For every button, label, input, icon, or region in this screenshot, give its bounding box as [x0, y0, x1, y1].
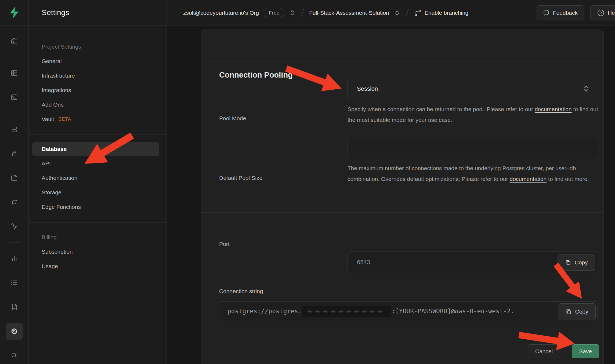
- api-docs-file-icon: [10, 303, 18, 311]
- database-icon: [10, 126, 18, 133]
- supabase-logo-icon: [8, 6, 20, 19]
- sidebar-divider: [29, 222, 166, 223]
- connection-pooling-panel: Connection Pooling Pool Mode Session Spe…: [201, 30, 604, 364]
- sidebar-item-edge-functions[interactable]: Edge Functions: [29, 200, 166, 214]
- rail-item-reports[interactable]: [6, 250, 23, 267]
- rail-item-database[interactable]: [6, 121, 23, 137]
- sidebar-item-subscription[interactable]: Subscription: [29, 245, 166, 259]
- port-copy-button[interactable]: Copy: [558, 254, 595, 271]
- sidebar-item-storage[interactable]: Storage: [29, 185, 166, 200]
- chevron-updown-icon: [583, 84, 590, 93]
- enable-branching-button[interactable]: Enable branching: [414, 9, 468, 17]
- storage-folder-icon: [10, 174, 18, 182]
- copy-label: Copy: [574, 259, 588, 266]
- default-pool-size-input[interactable]: [348, 138, 598, 159]
- enable-branching-label: Enable branching: [425, 10, 468, 16]
- rail-item-api-docs[interactable]: [6, 299, 23, 315]
- sidebar-group-heading: Billing: [29, 230, 166, 245]
- sidebar-item-label: Vault: [42, 116, 54, 122]
- settings-gear-icon: [10, 327, 18, 335]
- connection-string-box[interactable]: postgres://postgres.:[YOUR-PASSWORD]@aws…: [219, 301, 598, 321]
- reports-chart-icon: [10, 255, 18, 262]
- default-pool-size-label: Default Pool Size: [219, 175, 262, 181]
- rail-item-table-editor[interactable]: [6, 64, 23, 81]
- connection-string-copy-button[interactable]: Copy: [558, 303, 596, 320]
- footer-divider: [201, 337, 603, 337]
- rail-item-settings[interactable]: [6, 323, 23, 340]
- copy-icon: [565, 308, 572, 315]
- panel-title: Connection Pooling: [219, 71, 293, 79]
- sidebar-group-heading: Project Settings: [29, 39, 166, 54]
- icon-rail: [0, 26, 29, 364]
- sidebar-item-api[interactable]: API: [29, 156, 166, 171]
- pool-mode-description: Specify when a connection can be returne…: [348, 104, 601, 125]
- help-icon: ?: [597, 9, 605, 17]
- beta-badge: BETA: [58, 117, 71, 122]
- top-bar-actions: Feedback ? Help: [536, 0, 615, 25]
- logs-list-icon: [10, 279, 18, 286]
- redacted-project-ref: [302, 306, 391, 317]
- sidebar-item-add-ons[interactable]: Add Ons: [29, 97, 166, 112]
- sidebar-item-general[interactable]: General: [29, 54, 166, 68]
- app-logo[interactable]: [0, 0, 29, 25]
- sidebar-divider: [29, 134, 166, 135]
- sidebar-item-authentication[interactable]: Authentication: [29, 171, 166, 185]
- rail-item-edge-functions[interactable]: [6, 194, 23, 210]
- top-bar-breadcrumbs-area: zsolt@codeyourfuture.io's Org Free Full-…: [167, 0, 615, 25]
- port-value: 6543: [357, 259, 370, 266]
- sidebar-item-integrations[interactable]: Integrations: [29, 83, 166, 97]
- save-button[interactable]: Save: [572, 344, 599, 358]
- documentation-link[interactable]: documentation: [535, 106, 572, 112]
- auth-lock-icon: [10, 150, 18, 157]
- feedback-button[interactable]: Feedback: [536, 5, 584, 20]
- rail-divider: [9, 57, 20, 57]
- rail-item-sql-editor[interactable]: [6, 89, 23, 105]
- sql-editor-icon: [10, 93, 18, 101]
- search-icon: [10, 352, 18, 359]
- sidebar-item-usage[interactable]: Usage: [29, 259, 166, 274]
- project-breadcrumb[interactable]: Full-Stack-Assessment-Solution: [309, 10, 389, 16]
- breadcrumb: zsolt@codeyourfuture.io's Org Free Full-…: [183, 0, 468, 25]
- help-button[interactable]: ? Help: [590, 5, 615, 20]
- connection-string-label: Connection string: [219, 288, 263, 294]
- rail-item-authentication[interactable]: [6, 145, 23, 162]
- sidebar-item-vault[interactable]: Vault BETA: [29, 112, 166, 126]
- org-breadcrumb[interactable]: zsolt@codeyourfuture.io's Org: [183, 10, 259, 16]
- rail-item-advisors[interactable]: [6, 218, 23, 235]
- section-divider: [201, 269, 603, 269]
- rail-item-search[interactable]: [6, 347, 23, 364]
- rail-item-storage[interactable]: [6, 169, 23, 186]
- page-title: Settings: [29, 0, 167, 25]
- top-bar: Settings zsolt@codeyourfuture.io's Org F…: [0, 0, 615, 26]
- project-switcher-chevron-icon[interactable]: [394, 9, 400, 17]
- connection-string-prefix: postgres://postgres.: [227, 308, 302, 315]
- panel-divider: [201, 61, 603, 61]
- rail-item-logs[interactable]: [6, 274, 23, 291]
- copy-icon: [565, 259, 571, 266]
- documentation-link[interactable]: documentation: [509, 176, 547, 182]
- section-divider: [201, 212, 603, 213]
- advisor-cursor-icon: [10, 223, 18, 230]
- pool-mode-select[interactable]: Session: [348, 79, 598, 99]
- feedback-label: Feedback: [553, 10, 578, 16]
- copy-label: Copy: [575, 308, 588, 315]
- rail-item-home[interactable]: [6, 32, 23, 49]
- svg-text:?: ?: [600, 11, 602, 15]
- sidebar-item-database[interactable]: Database: [32, 142, 159, 156]
- help-label: Help: [608, 10, 615, 16]
- port-input[interactable]: 6543 Copy: [348, 252, 598, 273]
- plan-badge[interactable]: Free: [264, 8, 284, 18]
- settings-sidebar: Project Settings General Infrastructure …: [29, 26, 167, 364]
- description-text: to find out more.: [547, 176, 589, 182]
- breadcrumb-divider: [406, 9, 408, 17]
- cancel-button[interactable]: Cancel: [528, 344, 560, 358]
- port-label: Port: [219, 241, 230, 247]
- org-switcher-chevron-icon[interactable]: [289, 9, 296, 17]
- table-editor-icon: [10, 69, 18, 77]
- sidebar-item-infrastructure[interactable]: Infrastructure: [29, 68, 166, 83]
- description-text: Specify when a connection can be returne…: [348, 106, 535, 112]
- breadcrumb-divider: [301, 9, 304, 17]
- panel-footer-actions: Cancel Save: [528, 344, 599, 358]
- default-pool-size-description: The maximum number of connections made t…: [348, 163, 607, 184]
- pool-mode-label: Pool Mode: [219, 115, 246, 122]
